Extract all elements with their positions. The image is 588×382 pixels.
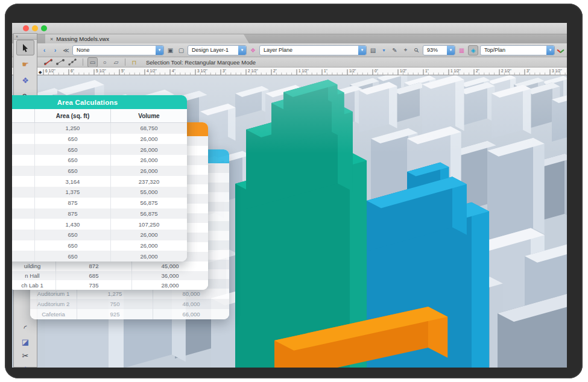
table-cell xyxy=(12,134,35,145)
target-icon[interactable]: ⌖ xyxy=(401,46,410,55)
app-window: × Massing Models.vwx ‹ › ≪ None▼ ▣ ▢ Des… xyxy=(12,23,567,368)
pink-cube-icon[interactable]: ▦ xyxy=(457,46,466,55)
table-cell: 1,275 xyxy=(77,289,153,299)
table-row[interactable]: 65026,000 xyxy=(12,134,187,145)
svg-text:1 1/2": 1 1/2" xyxy=(450,69,461,73)
design-layer-select[interactable]: Design Layer-1▼ xyxy=(188,45,247,55)
table-cell: 650 xyxy=(35,155,111,166)
svg-text:3": 3" xyxy=(526,69,531,73)
svg-text:◆: ◆ xyxy=(39,70,42,74)
table-cell: 80,000 xyxy=(153,289,229,299)
pan-hand-icon[interactable]: ☛ xyxy=(14,56,37,72)
panel-title-bar[interactable]: Area Calculations xyxy=(12,95,187,109)
table-row[interactable]: 65026,000 xyxy=(12,144,187,155)
svg-text:6 1/2": 6 1/2" xyxy=(45,69,55,73)
table-cell: 650 xyxy=(35,230,111,240)
table-cell: 56,875 xyxy=(111,208,187,219)
table-row[interactable]: 87556,875 xyxy=(12,198,187,208)
table-cell xyxy=(12,251,35,261)
table-row[interactable]: Auditorium 275048,000 xyxy=(30,299,229,309)
angle-axes-icon xyxy=(557,46,565,54)
table-row[interactable]: 3,164237,320 xyxy=(12,176,187,187)
unified-view-icon[interactable]: ◈ xyxy=(468,45,478,55)
table-cell: 875 xyxy=(35,208,111,219)
horizontal-ruler: ◆6 1/2"6"5 1/2"5"4 1/2"4"3 1/2"3"2 1/2"2… xyxy=(12,67,567,75)
tool-options-icon[interactable]: ⊓ xyxy=(130,58,139,67)
interactive-scaling-multi-icon[interactable] xyxy=(68,58,78,67)
zoom-level-select[interactable]: 93%▼ xyxy=(423,45,455,55)
svg-text:6": 6" xyxy=(71,69,75,73)
back-icon[interactable]: ‹ xyxy=(40,46,49,55)
zoom-window-button[interactable] xyxy=(41,25,47,31)
table-row[interactable]: Auditorium 11,27580,000 xyxy=(30,289,229,299)
interactive-scaling-off-icon[interactable] xyxy=(43,58,53,67)
title-bar[interactable] xyxy=(12,23,567,34)
magnifier-icon[interactable]: ⚲ xyxy=(412,46,421,55)
table-row[interactable]: 87556,875 xyxy=(12,208,187,219)
document-icon[interactable]: ▤ xyxy=(368,46,378,55)
svg-text:3 1/2": 3 1/2" xyxy=(197,69,207,73)
class-options-icon[interactable]: ❖ xyxy=(248,46,258,55)
document-menu-icon[interactable]: ▼ xyxy=(379,46,388,55)
table-cell: 48,000 xyxy=(153,299,229,309)
table-cell: 650 xyxy=(35,144,111,155)
laptop-frame: × Massing Models.vwx ‹ › ≪ None▼ ▣ ▢ Des… xyxy=(5,4,583,378)
document-tab[interactable]: × Massing Models.vwx xyxy=(45,34,249,43)
scissors-tool-icon[interactable]: ✂ xyxy=(14,349,37,363)
palette-close-icon[interactable]: × xyxy=(16,34,18,39)
table-cell: 875 xyxy=(35,198,111,208)
main-toolbar: ‹ › ≪ None▼ ▣ ▢ Design Layer-1▼ ❖ Layer … xyxy=(12,43,567,57)
flyover-orbit-icon[interactable]: ❖ xyxy=(14,72,37,89)
table-cell xyxy=(12,219,35,230)
table-row[interactable]: 1,37555,000 xyxy=(12,187,187,198)
table-row[interactable]: 65026,000 xyxy=(12,240,187,251)
table-cell: 650 xyxy=(35,166,111,177)
area-calculations-panel[interactable]: Area Calculations Area (sq. ft) Volume 1… xyxy=(12,95,187,261)
table-cell: 26,000 xyxy=(111,155,187,166)
cube-icon[interactable]: ▣ xyxy=(166,46,175,55)
svg-text:1/2": 1/2" xyxy=(400,69,407,73)
table-cell: 28,000 xyxy=(132,280,208,290)
table-cell: 26,000 xyxy=(111,144,187,155)
table-cell: 872 xyxy=(56,261,132,271)
pen-icon[interactable]: ✎ xyxy=(390,46,399,55)
saved-views-icon[interactable]: ≪ xyxy=(62,46,71,55)
fillet-tool-icon[interactable]: ◜ xyxy=(14,321,37,335)
table-cell: 26,000 xyxy=(111,166,187,177)
forward-icon[interactable]: › xyxy=(51,46,60,55)
selection-tool-icon[interactable] xyxy=(16,40,34,55)
table-cell xyxy=(12,208,35,219)
table-row[interactable]: ch Lab 173528,000 xyxy=(12,280,208,290)
table-row[interactable]: 65026,000 xyxy=(12,166,187,177)
svg-text:3 1/2": 3 1/2" xyxy=(552,69,562,73)
table-row[interactable]: uilding87245,000 xyxy=(12,261,208,271)
view-select[interactable]: Top/Plan▼ xyxy=(480,45,555,55)
table-cell: n Hall xyxy=(12,271,56,281)
table-row[interactable]: 1,25068,750 xyxy=(12,123,187,134)
table-header-row: Area (sq. ft) Volume xyxy=(12,109,187,123)
lasso-marquee-icon[interactable]: ○ xyxy=(100,58,109,67)
table-row[interactable]: Cafeteria92566,000 xyxy=(30,309,229,319)
table-row[interactable]: 65026,000 xyxy=(12,155,187,166)
close-window-button[interactable] xyxy=(23,25,29,31)
move-tool-icon[interactable]: ✛ xyxy=(14,363,37,368)
svg-text:1/2": 1/2" xyxy=(349,69,356,73)
blank-tool-icon[interactable]: ▢ xyxy=(177,46,186,55)
polygon-marquee-icon[interactable]: ▱ xyxy=(112,58,121,67)
table-cell: 1,250 xyxy=(35,123,111,134)
table-cell: Auditorium 2 xyxy=(30,299,77,309)
tab-close-icon[interactable]: × xyxy=(50,36,53,42)
table-cell xyxy=(12,166,35,177)
table-row[interactable]: n Hall68536,000 xyxy=(12,271,208,281)
table-row[interactable]: 65026,000 xyxy=(12,251,187,261)
active-plane-select[interactable]: Layer Plane▼ xyxy=(259,45,367,55)
table-cell: 55,000 xyxy=(111,187,187,198)
saved-views-select[interactable]: None▼ xyxy=(72,45,164,55)
table-row[interactable]: 1,430107,250 xyxy=(12,219,187,230)
table-row[interactable]: 65026,000 xyxy=(12,230,187,240)
minimize-window-button[interactable] xyxy=(32,25,38,31)
interactive-scaling-single-icon[interactable] xyxy=(55,58,65,67)
eraser-tool-icon[interactable]: ◪ xyxy=(14,335,37,349)
table-cell: 925 xyxy=(77,309,153,319)
rectangular-marquee-icon[interactable]: ▭ xyxy=(87,57,98,67)
